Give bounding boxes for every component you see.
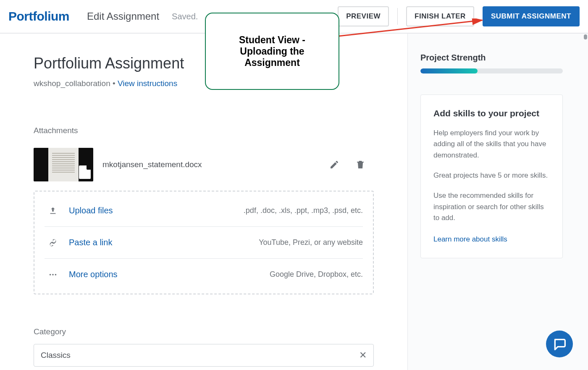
save-status: Saved. [172,12,198,21]
project-strength-title: Project Strength [420,53,563,63]
submit-assignment-button[interactable]: SUBMIT ASSIGNMENT [483,6,580,26]
paste-link-hint: YouTube, Prezi, or any website [259,238,363,247]
annotation-callout: Student View - Uploading the Assignment [205,13,339,90]
skills-paragraph-2: Great projects have 5 or more skills. [433,170,550,181]
svg-point-1 [52,274,54,276]
more-options-row[interactable]: More options Google Drive, Dropbox, etc. [45,258,363,290]
edit-icon[interactable] [329,160,339,170]
chat-widget-button[interactable] [546,331,573,357]
sidebar: Project Strength Add skills to your proj… [407,34,588,370]
attachment-item: mkotjansen_statement.docx [34,148,374,181]
upload-files-hint: .pdf, .doc, .xls, .ppt, .mp3, .psd, etc. [244,206,363,215]
finish-later-button[interactable]: FINISH LATER [406,6,474,26]
view-instructions-link[interactable]: View instructions [118,79,177,88]
attachment-filename: mkotjansen_statement.docx [102,160,202,169]
skills-card: Add skills to your project Help employer… [420,94,563,258]
more-options-label: More options [69,270,118,279]
skills-paragraph-1: Help employers find your work by adding … [433,128,550,161]
upload-panel: Upload files .pdf, .doc, .xls, .ppt, .mp… [34,191,374,294]
upload-files-label: Upload files [69,206,113,215]
divider [397,8,398,25]
page-header-title: Edit Assignment [87,10,159,22]
header-actions: PREVIEW FINISH LATER SUBMIT ASSIGNMENT [338,6,580,26]
attachments-label: Attachments [34,126,374,135]
category-label: Category [34,327,374,336]
category-field[interactable]: Classics ✕ [34,344,374,367]
annotation-text: Student View - Uploading the Assignment [216,34,328,68]
svg-point-0 [50,274,51,276]
separator: • [110,79,118,88]
link-icon [45,238,61,247]
upload-files-row[interactable]: Upload files .pdf, .doc, .xls, .ppt, .mp… [45,195,363,226]
svg-point-2 [55,274,57,276]
more-icon [45,270,61,279]
category-value: Classics [41,351,71,360]
skills-title: Add skills to your project [433,108,550,118]
project-strength-fill [420,68,478,73]
skills-paragraph-3: Use the recommended skills for inspirati… [433,190,550,223]
trash-icon[interactable] [355,160,365,170]
paste-link-row[interactable]: Paste a link YouTube, Prezi, or any webs… [45,226,363,258]
paste-link-label: Paste a link [69,238,112,247]
more-options-hint: Google Drive, Dropbox, etc. [270,270,363,279]
upload-icon [45,206,61,215]
project-strength-bar [420,68,563,73]
preview-button[interactable]: PREVIEW [338,6,389,26]
app-logo: Portfolium [8,9,69,24]
file-icon [79,165,91,179]
scrollbar-thumb[interactable] [584,34,587,39]
attachment-thumbnail[interactable] [34,148,93,181]
learn-more-skills-link[interactable]: Learn more about skills [433,235,507,244]
course-code: wkshop_collaboration [34,79,110,88]
main-column: Portfolium Assignment wkshop_collaborati… [0,34,407,370]
clear-icon[interactable]: ✕ [359,350,367,361]
